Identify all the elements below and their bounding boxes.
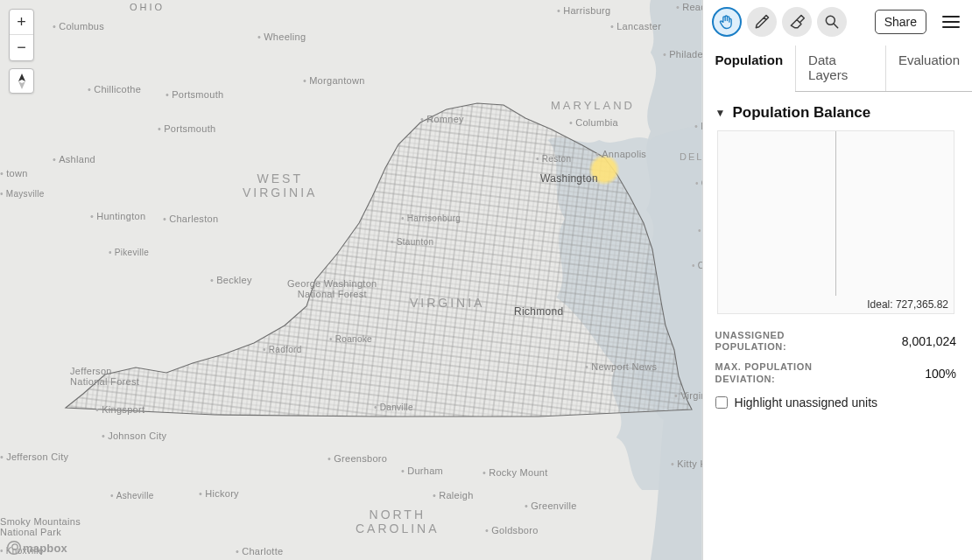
city-label: Columbus: [53, 21, 104, 32]
stat-label: UNASSIGNED POPULATION:: [715, 330, 847, 353]
hamburger-icon: [942, 15, 960, 29]
city-label: Reading: [676, 2, 702, 12]
city-label: Dover: [694, 121, 702, 131]
toolbar: Share: [703, 0, 972, 46]
city-label: Roanoke: [329, 334, 372, 344]
magnifier-icon: [823, 13, 841, 31]
caret-down-icon: ▼: [715, 107, 726, 119]
city-label: Morgantown: [303, 75, 365, 86]
city-label: Columbia: [569, 117, 618, 128]
city-label: Johnson City: [102, 430, 166, 441]
forest-label: George Washington National Forest: [287, 278, 377, 299]
compass-icon: [18, 74, 26, 89]
city-label: Reston: [536, 154, 571, 164]
city-label: Harrisonburg: [401, 214, 461, 223]
city-label: Danville: [374, 402, 413, 412]
city-label: Goldsboro: [485, 525, 539, 536]
pan-tool-button[interactable]: [712, 7, 742, 37]
city-label: Radford: [263, 345, 302, 354]
tab-data-layers[interactable]: Data Layers: [796, 46, 886, 91]
pencil-icon: [753, 13, 771, 31]
plus-icon: +: [17, 13, 26, 32]
city-label: Virginia Beach: [674, 390, 702, 401]
ideal-vertical-line: [835, 131, 836, 296]
stat-value: 8,001,024: [902, 334, 956, 348]
eraser-icon: [788, 13, 806, 31]
city-label: Greensboro: [328, 453, 387, 464]
city-label: Washington: [540, 172, 598, 185]
city-label: Hickory: [199, 488, 239, 499]
state-label-west-virginia: WEST VIRGINIA: [243, 172, 317, 200]
forest-label: Jefferson National Forest: [70, 366, 139, 387]
city-label: Durham: [401, 466, 443, 476]
map-attribution: mapbox: [7, 541, 67, 555]
city-label: Romney: [420, 114, 464, 124]
city-label: Maysville: [0, 189, 45, 199]
city-label: Charleston: [163, 214, 218, 224]
minus-icon: −: [17, 38, 26, 57]
city-label: Annapolis: [595, 149, 646, 159]
city-label: Charlotte: [236, 546, 284, 556]
svg-point-1: [12, 544, 18, 550]
tab-evaluation[interactable]: Evaluation: [886, 46, 972, 91]
stat-unassigned-population: UNASSIGNED POPULATION: 8,001,024: [715, 323, 956, 354]
state-label-delaware: DELAWARE: [680, 151, 702, 162]
compass-reset-button[interactable]: [9, 68, 34, 94]
highlight-unassigned-toggle[interactable]: Highlight unassigned units: [715, 396, 956, 410]
panel-tabs: Population Data Layers Evaluation: [703, 46, 972, 92]
side-panel: Share Population Data Layers Evaluation …: [702, 0, 972, 560]
state-label-virginia: VIRGINIA: [410, 296, 484, 310]
city-label: Asheville: [110, 491, 154, 500]
zoom-in-button[interactable]: +: [10, 10, 33, 35]
menu-button[interactable]: [939, 10, 963, 34]
city-label: Richmond: [514, 305, 563, 318]
stat-max-deviation: MAX. POPULATION DEVIATION: 100%: [715, 354, 956, 386]
stat-value: 100%: [925, 367, 956, 381]
state-label-ohio: OHIO: [130, 2, 165, 12]
city-label: Huntington: [90, 211, 145, 221]
city-label: Portsmouth: [158, 123, 215, 134]
map-canvas[interactable]: OHIO WEST VIRGINIA VIRGINIA MARYLAND NOR…: [0, 0, 702, 560]
city-label: Jefferson City: [0, 452, 68, 462]
inspect-tool-button[interactable]: [817, 7, 847, 37]
city-label: Chincoteague: [692, 261, 702, 270]
city-label: town: [0, 168, 28, 178]
attribution-text: mapbox: [23, 542, 67, 555]
city-label: Georgetown: [695, 178, 702, 188]
city-label: Wheeling: [257, 32, 306, 42]
city-label: Kingsport: [95, 404, 144, 415]
city-label: Philadelphia: [663, 49, 702, 60]
city-label: Salisbury: [698, 226, 702, 235]
hand-icon: [718, 13, 736, 31]
city-label: Harrisburg: [557, 5, 611, 16]
svg-point-0: [8, 542, 21, 555]
city-label: Ashland: [53, 154, 95, 164]
share-button[interactable]: Share: [875, 10, 926, 34]
state-label-maryland: MARYLAND: [551, 99, 635, 112]
mapbox-icon: [7, 541, 21, 555]
city-label: Newport News: [585, 361, 657, 372]
city-label: Lancaster: [610, 21, 661, 32]
draw-tool-button[interactable]: [747, 7, 777, 37]
park-label: Smoky Mountains National Park: [0, 516, 81, 537]
city-label: Greenville: [525, 500, 577, 511]
state-label-north-carolina: NORTH CAROLINA: [356, 508, 440, 536]
city-label: Chillicothe: [88, 84, 141, 94]
map-nav-controls: + −: [9, 9, 34, 94]
city-label: Staunton: [391, 237, 433, 247]
highlight-unassigned-checkbox[interactable]: [715, 396, 728, 409]
panel-content: ▼ Population Balance Ideal: 727,365.82 U…: [703, 92, 972, 410]
section-header-population-balance[interactable]: ▼ Population Balance: [715, 104, 956, 122]
city-label: Rocky Mount: [482, 467, 548, 478]
city-label: Kitty Hawk: [671, 458, 702, 469]
erase-tool-button[interactable]: [782, 7, 812, 37]
section-title: Population Balance: [733, 104, 871, 122]
city-label: Portsmouth: [166, 89, 223, 100]
zoom-out-button[interactable]: −: [10, 35, 33, 60]
highlight-unassigned-label: Highlight unassigned units: [735, 396, 877, 410]
population-chart: Ideal: 727,365.82: [717, 130, 954, 314]
city-label: Beckley: [210, 275, 252, 285]
tab-population[interactable]: Population: [703, 46, 797, 91]
svg-point-2: [826, 16, 835, 24]
city-label: Raleigh: [433, 490, 474, 500]
